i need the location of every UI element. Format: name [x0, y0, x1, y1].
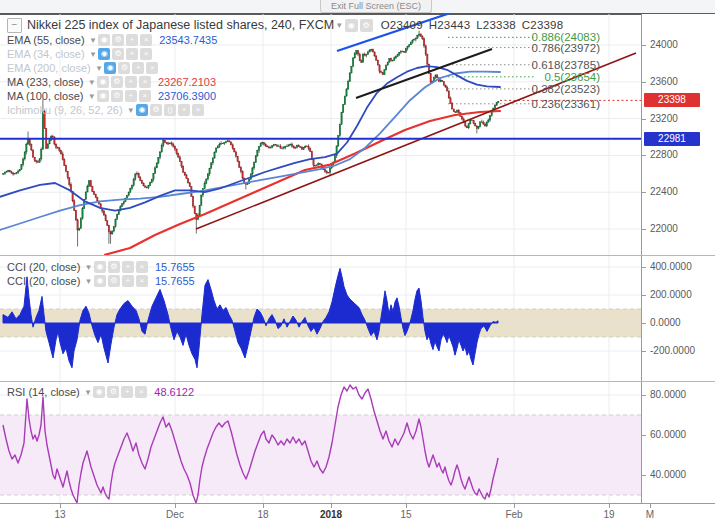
chevron-down-icon[interactable]: ▾ [86, 262, 91, 272]
x-icon[interactable]: × [146, 62, 158, 74]
indicator-label: MA (233, close) [7, 76, 83, 88]
gear-icon[interactable]: ⚙ [107, 386, 119, 398]
chart-window: Exit Full Screen (ESC) 0.886(24083)0.786… [0, 0, 715, 525]
chevron-down-icon[interactable]: ▾ [91, 35, 96, 45]
chevron-down-icon[interactable]: ▾ [89, 77, 94, 87]
eye-icon[interactable]: ◉ [97, 76, 109, 88]
x-icon[interactable]: × [139, 76, 151, 88]
ohlc-open: O23409 [381, 19, 423, 31]
plus-icon[interactable]: + [125, 90, 137, 102]
price-axis[interactable]: 240002360023200228002240022000400.000020… [641, 14, 715, 503]
chevron-down-icon[interactable]: ▾ [89, 91, 94, 101]
rsi-pane-legend: RSI (14, close)▾◉⚙+×48.6122 [7, 385, 194, 399]
eye-icon[interactable]: ◉ [345, 19, 358, 32]
time-axis-label: Dec [166, 509, 184, 520]
axis-tick-label: 200.0000 [650, 289, 692, 300]
eye-icon[interactable]: ◉ [94, 275, 106, 287]
indicator-legend-row[interactable]: MA (233, close)▾◉⚙+×23267.2103 [7, 75, 563, 89]
time-axis-label: 18 [257, 509, 268, 520]
gear-icon[interactable]: ⚙ [360, 19, 373, 32]
x-icon[interactable]: × [135, 386, 147, 398]
axis-tick-label: 22400 [650, 186, 678, 197]
plus-icon[interactable]: + [122, 261, 134, 273]
ohlc-close: C23398 [522, 19, 563, 31]
indicator-label: EMA (55, close) [7, 34, 85, 46]
pane-divider-rsi[interactable] [0, 381, 715, 382]
indicator-label: CCI (20, close) [7, 261, 80, 273]
indicator-legend-row[interactable]: Ichimoku (9, 26, 52, 26)▾◉⚙()+× [7, 103, 563, 117]
plus-icon[interactable]: + [126, 34, 138, 46]
time-axis-label: 2018 [320, 509, 342, 520]
chevron-down-icon[interactable]: ▾ [86, 276, 91, 286]
time-axis-label: 19 [603, 509, 614, 520]
plus-icon[interactable]: + [178, 104, 190, 116]
cci-pane-legend: CCI (20, close)▾◉⚙+×15.7655CCI (20, clos… [7, 260, 195, 288]
indicator-legend-row[interactable]: MA (100, close)▾◉⚙+×23706.3900 [7, 89, 563, 103]
chevron-down-icon[interactable]: ▾ [97, 63, 102, 73]
x-icon[interactable]: × [140, 34, 152, 46]
last-price-badge: 23398 [644, 93, 700, 107]
axis-tick-label: 0.0000 [650, 317, 681, 328]
axis-tick-label: 400.0000 [650, 261, 692, 272]
time-axis-label: M [646, 509, 654, 520]
axis-tick-label: 60.0000 [650, 429, 686, 440]
eye-icon[interactable]: ◉ [104, 62, 116, 74]
collapse-pane-icon[interactable]: − [7, 18, 22, 33]
symbol-title[interactable]: Nikkei 225 index of Japanese listed shar… [27, 18, 334, 32]
gear-icon[interactable]: ⚙ [112, 48, 124, 60]
pane-divider-cci[interactable] [0, 255, 715, 256]
indicator-label: EMA (200, close) [7, 62, 91, 74]
gear-icon[interactable]: ⚙ [108, 275, 120, 287]
indicator-value: 23706.3900 [158, 90, 216, 102]
chevron-down-icon[interactable]: ▾ [91, 49, 96, 59]
indicator-label: EMA (34, close) [7, 48, 85, 60]
indicator-value: 15.7655 [155, 275, 195, 287]
x-icon[interactable]: × [140, 48, 152, 60]
eye-icon[interactable]: ◉ [136, 104, 148, 116]
plus-icon[interactable]: + [121, 386, 133, 398]
exit-fullscreen-button[interactable]: Exit Full Screen (ESC) [320, 0, 432, 13]
indicator-legend-row[interactable]: EMA (200, close)▾◉⚙+× [7, 61, 563, 75]
x-icon[interactable]: × [136, 261, 148, 273]
indicator-legend-row[interactable]: EMA (34, close)▾◉⚙+× [7, 47, 563, 61]
gear-icon[interactable]: ⚙ [118, 62, 130, 74]
time-axis-label: 13 [54, 509, 65, 520]
eye-icon[interactable]: ◉ [98, 34, 110, 46]
gear-icon[interactable]: ⚙ [111, 90, 123, 102]
eye-icon[interactable]: ◉ [97, 90, 109, 102]
axis-tick-label: 22000 [650, 223, 678, 234]
gear-icon[interactable]: ⚙ [150, 104, 162, 116]
x-icon[interactable]: × [139, 90, 151, 102]
eye-icon[interactable]: ◉ [98, 48, 110, 60]
time-axis-label: Feb [505, 509, 522, 520]
gear-icon[interactable]: ⚙ [111, 76, 123, 88]
plus-icon[interactable]: + [132, 62, 144, 74]
indicator-legend-row[interactable]: CCI (20, close)▾◉⚙+×15.7655 [7, 260, 195, 274]
eye-icon[interactable]: ◉ [94, 261, 106, 273]
indicator-value: 23267.2103 [158, 76, 216, 88]
indicator-legend-row[interactable]: RSI (14, close)▾◉⚙+×48.6122 [7, 385, 194, 399]
x-icon[interactable]: × [192, 104, 204, 116]
plus-icon[interactable]: + [125, 76, 137, 88]
plus-icon[interactable]: + [126, 48, 138, 60]
time-axis[interactable]: 13Dec18201815Feb19M [0, 503, 715, 525]
indicator-label: MA (100, close) [7, 90, 83, 102]
braces-icon[interactable]: () [164, 104, 176, 116]
chevron-down-icon[interactable]: ▾ [337, 20, 342, 30]
indicator-value: 48.6122 [154, 386, 194, 398]
axis-tick-label: 23200 [650, 113, 678, 124]
hline-price-badge: 22981 [644, 132, 700, 146]
chevron-down-icon[interactable]: ▾ [86, 387, 91, 397]
indicator-value: 23543.7435 [159, 34, 217, 46]
axis-tick-label: 24000 [650, 39, 678, 50]
plus-icon[interactable]: + [122, 275, 134, 287]
indicator-label: CCI (20, close) [7, 275, 80, 287]
chevron-down-icon[interactable]: ▾ [129, 105, 134, 115]
gear-icon[interactable]: ⚙ [108, 261, 120, 273]
axis-tick-label: -200.0000 [650, 345, 695, 356]
eye-icon[interactable]: ◉ [93, 386, 105, 398]
indicator-legend-row[interactable]: EMA (55, close)▾◉⚙+×23543.7435 [7, 33, 563, 47]
x-icon[interactable]: × [136, 275, 148, 287]
indicator-legend-row[interactable]: CCI (20, close)▾◉⚙+×15.7655 [7, 274, 195, 288]
gear-icon[interactable]: ⚙ [112, 34, 124, 46]
